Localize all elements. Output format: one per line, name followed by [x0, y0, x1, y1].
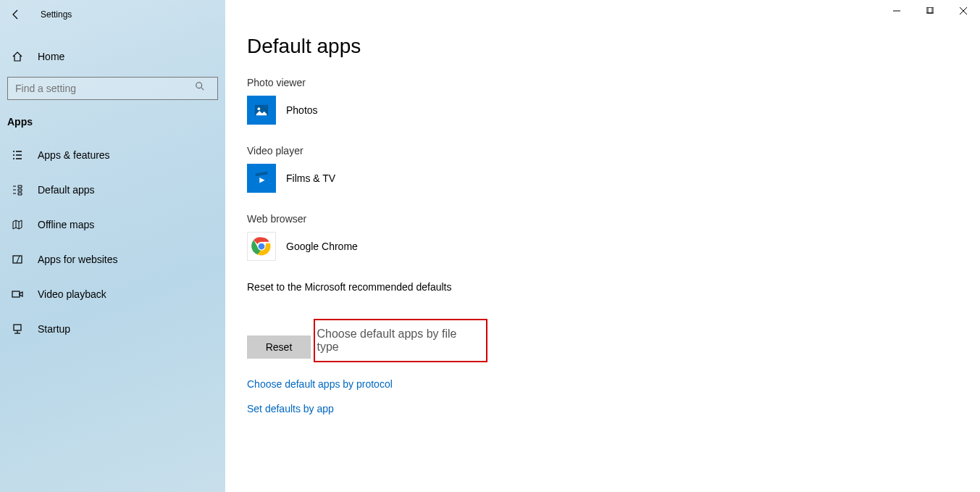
default-app-photo-viewer[interactable]: Photos [247, 96, 958, 125]
section-label-video-player: Video player [247, 145, 958, 157]
page-title: Default apps [247, 35, 958, 58]
close-button[interactable] [947, 0, 980, 22]
svg-rect-9 [928, 7, 934, 13]
reset-button[interactable]: Reset [247, 335, 311, 359]
category-header: Apps [0, 107, 225, 141]
sidebar-item-label: Default apps [38, 184, 95, 196]
list-icon [10, 149, 25, 161]
svg-rect-3 [12, 291, 20, 297]
sidebar: Settings Home Apps Apps & features Defau… [0, 0, 225, 492]
sidebar-item-default-apps[interactable]: Default apps [0, 175, 225, 204]
back-button[interactable] [9, 9, 23, 20]
titlebar: Settings [0, 3, 225, 26]
photos-app-icon [247, 96, 276, 125]
app-title: Settings [41, 9, 72, 20]
link-choose-by-protocol[interactable]: Choose default apps by protocol [247, 378, 958, 390]
search-icon [195, 81, 205, 91]
svg-point-0 [196, 83, 202, 88]
home-label: Home [38, 51, 64, 62]
svg-line-1 [201, 88, 204, 91]
films-tv-app-icon [247, 164, 276, 193]
search-wrap [0, 71, 225, 107]
svg-point-11 [258, 107, 261, 110]
link-choose-by-file-type[interactable]: Choose default apps by file type [314, 319, 487, 362]
minimize-button[interactable] [880, 0, 913, 22]
sidebar-item-apps-features[interactable]: Apps & features [0, 141, 225, 170]
sidebar-item-label: Apps & features [38, 149, 110, 161]
default-app-web-browser[interactable]: Google Chrome [247, 232, 958, 261]
svg-rect-8 [926, 7, 932, 13]
default-apps-icon [10, 184, 25, 196]
section-label-photo-viewer: Photo viewer [247, 77, 958, 88]
app-name: Google Chrome [286, 241, 358, 252]
video-icon [10, 288, 25, 300]
sidebar-item-offline-maps[interactable]: Offline maps [0, 210, 225, 239]
window-controls [880, 0, 980, 22]
main-content: Default apps Photo viewer Photos Video p… [225, 0, 980, 492]
startup-icon [10, 323, 25, 335]
sidebar-item-label: Apps for websites [38, 254, 118, 265]
section-label-web-browser: Web browser [247, 213, 958, 225]
link-set-defaults-by-app[interactable]: Set defaults by app [247, 403, 958, 414]
sidebar-item-label: Startup [38, 323, 70, 335]
sidebar-item-video-playback[interactable]: Video playback [0, 280, 225, 309]
sidebar-item-label: Video playback [38, 288, 106, 300]
maximize-button[interactable] [913, 0, 947, 22]
app-name: Films & TV [286, 172, 335, 184]
default-app-video-player[interactable]: Films & TV [247, 164, 958, 193]
svg-rect-4 [14, 325, 21, 330]
app-name: Photos [286, 104, 318, 116]
home-button[interactable]: Home [0, 42, 225, 71]
chrome-app-icon [247, 232, 276, 261]
map-icon [10, 219, 25, 230]
home-icon [10, 51, 25, 62]
link-icon [10, 254, 25, 265]
sidebar-item-label: Offline maps [38, 219, 94, 230]
search-input[interactable] [7, 77, 218, 100]
sidebar-item-apps-for-websites[interactable]: Apps for websites [0, 245, 225, 274]
sidebar-item-startup[interactable]: Startup [0, 314, 225, 343]
reset-label: Reset to the Microsoft recommended defau… [247, 281, 958, 293]
